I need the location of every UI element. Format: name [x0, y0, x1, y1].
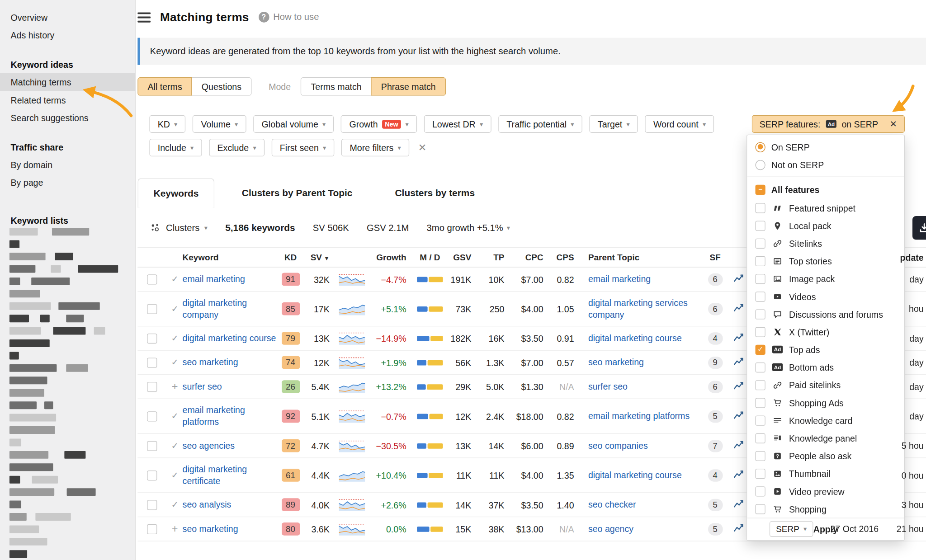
in-list-check-icon[interactable]: ✓: [167, 333, 183, 344]
column-header-keyword[interactable]: Keyword: [183, 253, 278, 262]
checkbox[interactable]: [756, 327, 765, 337]
in-list-check-icon[interactable]: ✓: [167, 357, 183, 368]
menu-icon[interactable]: [137, 12, 151, 22]
in-list-check-icon[interactable]: ✓: [167, 440, 183, 451]
filter-first-seen[interactable]: First seen▾: [272, 139, 335, 156]
row-checkbox[interactable]: [147, 358, 157, 367]
keyword-link[interactable]: seo analysis: [183, 499, 232, 511]
row-checkbox[interactable]: [147, 333, 157, 343]
serp-feature-paid-sitelinks[interactable]: Paid sitelinks: [747, 376, 904, 394]
tab-clusters-by-parent-topic[interactable]: Clusters by Parent Topic: [227, 178, 368, 207]
checkbox[interactable]: [756, 238, 765, 248]
filter-target[interactable]: Target▾: [590, 115, 638, 133]
sidebar-item-by-page[interactable]: By page: [0, 174, 135, 191]
sidebar-item-matching-terms[interactable]: Matching terms: [0, 73, 135, 91]
serp-feature-image-pack[interactable]: Image pack: [747, 270, 904, 287]
row-checkbox[interactable]: [147, 470, 157, 480]
column-header-parent-topic[interactable]: Parent Topic: [579, 253, 703, 262]
filter-volume[interactable]: Volume▾: [193, 115, 246, 133]
serp-feature-all-features[interactable]: −All features: [747, 180, 904, 199]
how-to-use-link[interactable]: ? How to use: [259, 12, 319, 23]
serp-option-on-serp[interactable]: On SERP: [747, 138, 904, 156]
parent-topic-link[interactable]: seo companies: [588, 440, 648, 452]
checkbox[interactable]: [756, 256, 765, 266]
sidebar-item-overview[interactable]: Overview: [0, 8, 135, 26]
keyword-link[interactable]: email marketing: [183, 273, 245, 285]
growth-selector[interactable]: 3mo growth +5.1% ▾: [427, 222, 510, 233]
tab-clusters-by-terms[interactable]: Clusters by terms: [380, 178, 490, 207]
keyword-link[interactable]: digital marketing company: [183, 297, 278, 320]
add-to-list-icon[interactable]: +: [167, 381, 183, 392]
serp-features-filter-button[interactable]: SERP features: Ad on SERP ✕: [752, 115, 905, 133]
filter-exclude[interactable]: Exclude▾: [209, 139, 265, 156]
keyword-link[interactable]: seo marketing: [183, 523, 238, 535]
serp-feature-knowledge-card[interactable]: Knowledge card: [747, 411, 904, 429]
row-checkbox[interactable]: [147, 274, 157, 284]
serp-checkbox-button[interactable]: SERP▾: [770, 521, 813, 537]
add-to-list-icon[interactable]: +: [167, 524, 183, 535]
checkbox-indeterminate[interactable]: −: [756, 184, 765, 194]
column-header-tp[interactable]: TP: [476, 253, 509, 262]
checkbox[interactable]: [756, 451, 765, 461]
column-header-cpc[interactable]: CPC: [509, 253, 548, 262]
serp-feature-sitelinks[interactable]: Sitelinks: [747, 235, 904, 252]
in-list-check-icon[interactable]: ✓: [167, 411, 183, 422]
filter-lowest-dr[interactable]: Lowest DR▾: [424, 115, 491, 133]
serp-feature-video-preview[interactable]: Video preview: [747, 482, 904, 500]
toggle-phrase-match[interactable]: Phrase match: [371, 77, 446, 95]
column-header-sf[interactable]: SF: [703, 253, 728, 262]
checkbox[interactable]: [756, 292, 765, 301]
parent-topic-link[interactable]: seo agency: [588, 523, 633, 535]
row-checkbox[interactable]: [147, 304, 157, 314]
close-icon[interactable]: ✕: [890, 119, 897, 130]
filter-traffic-potential[interactable]: Traffic potential▾: [498, 115, 582, 133]
column-header-growth[interactable]: Growth: [370, 253, 411, 262]
checkbox[interactable]: [756, 486, 765, 496]
parent-topic-link[interactable]: seo marketing: [588, 357, 644, 368]
checkbox[interactable]: [756, 433, 765, 443]
filter-kd[interactable]: KD▾: [149, 115, 185, 133]
checkbox-checked[interactable]: ✓: [756, 344, 765, 354]
serp-feature-top-ads[interactable]: ✓AdTop ads: [747, 341, 904, 358]
in-list-check-icon[interactable]: ✓: [167, 470, 183, 481]
serp-feature-local-pack[interactable]: Local pack: [747, 216, 904, 234]
checkbox[interactable]: [756, 273, 765, 283]
filter-include[interactable]: Include▾: [149, 139, 202, 156]
serp-feature-x-twitter[interactable]: X (Twitter): [747, 323, 904, 340]
checkbox[interactable]: [756, 309, 765, 319]
sidebar-item-ads-history[interactable]: Ads history: [0, 26, 135, 43]
keyword-link[interactable]: seo agencies: [183, 440, 235, 452]
column-header-sv[interactable]: SV▼: [303, 253, 334, 262]
serp-feature-discussions-and-forums[interactable]: Discussions and forums: [747, 305, 904, 323]
serp-feature-featured-snippet[interactable]: Featured snippet: [747, 199, 904, 216]
serp-feature-bottom-ads[interactable]: AdBottom ads: [747, 358, 904, 376]
checkbox[interactable]: [756, 415, 765, 425]
export-button[interactable]: [912, 216, 926, 240]
serp-feature-people-also-ask[interactable]: ?People also ask: [747, 447, 904, 465]
checkbox[interactable]: [756, 380, 765, 390]
toggle-terms-match[interactable]: Terms match: [301, 77, 372, 95]
column-header-m-d[interactable]: M / D: [411, 253, 449, 262]
row-checkbox[interactable]: [147, 441, 157, 451]
clusters-selector[interactable]: Clusters ▾: [149, 222, 208, 233]
sidebar-item-by-domain[interactable]: By domain: [0, 156, 135, 174]
keyword-link[interactable]: surfer seo: [183, 381, 222, 392]
parent-topic-link[interactable]: email marketing: [588, 273, 651, 285]
keyword-link[interactable]: seo marketing: [183, 357, 238, 368]
checkbox[interactable]: [756, 362, 765, 372]
parent-topic-link[interactable]: email marketing platforms: [588, 410, 690, 422]
keyword-link[interactable]: digital marketing certificate: [183, 463, 278, 487]
checkbox[interactable]: [756, 468, 765, 478]
serp-feature-shopping[interactable]: Shopping: [747, 500, 904, 518]
checkbox[interactable]: [756, 398, 765, 408]
filter-growth[interactable]: GrowthNew▾: [341, 115, 417, 133]
toggle-questions[interactable]: Questions: [192, 77, 252, 95]
toggle-all-terms[interactable]: All terms: [137, 77, 192, 95]
in-list-check-icon[interactable]: ✓: [167, 274, 183, 285]
parent-topic-link[interactable]: surfer seo: [588, 381, 628, 392]
row-checkbox[interactable]: [147, 411, 157, 421]
column-header-kd[interactable]: KD: [278, 253, 303, 262]
filter-more-filters[interactable]: More filters▾: [341, 139, 409, 156]
radio-selected[interactable]: [756, 142, 765, 152]
filter-word-count[interactable]: Word count▾: [645, 115, 714, 133]
